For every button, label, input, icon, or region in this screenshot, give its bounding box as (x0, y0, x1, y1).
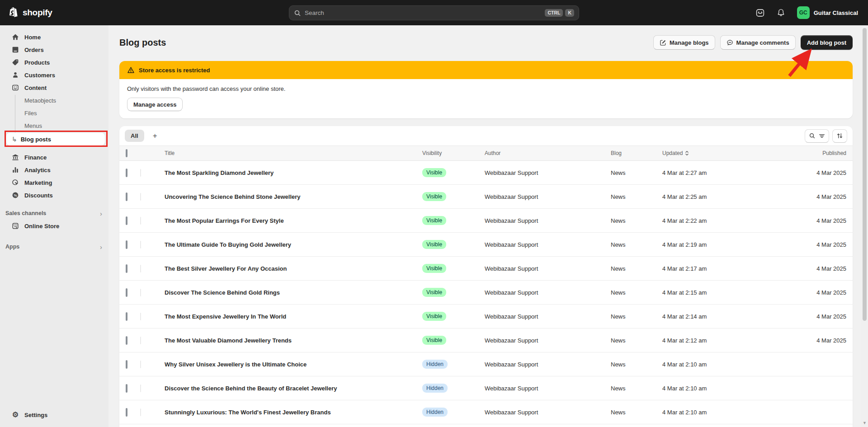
post-title-link[interactable]: The Most Valuable Diamond Jewellery Tren… (165, 337, 422, 344)
manage-blogs-button[interactable]: Manage blogs (653, 35, 715, 50)
row-checkbox[interactable] (126, 360, 127, 369)
sidebar-item-finance[interactable]: Finance (0, 151, 108, 164)
table-row[interactable]: The Most Valuable Diamond Jewellery Tren… (119, 328, 853, 352)
post-title-link[interactable]: The Most Expensive Jewellery In The Worl… (165, 313, 422, 320)
post-blog: News (611, 217, 662, 224)
store-icon[interactable] (755, 8, 765, 18)
sidebar-item-home[interactable]: Home (0, 31, 108, 43)
post-updated: 4 Mar at 2:17 am (662, 265, 782, 272)
sidebar-item-label: Discounts (24, 192, 53, 199)
table-row[interactable]: The Most Sparkling Diamond Jewellery Vis… (119, 161, 853, 185)
table-row[interactable]: Why Silver Unisex Jewellery is the Ultim… (119, 352, 853, 376)
add-blog-post-button[interactable]: Add blog post (801, 35, 853, 50)
column-header-title[interactable]: Title (165, 150, 422, 156)
table-row[interactable]: The Most Expensive Jewellery In The Worl… (119, 305, 853, 328)
manage-blogs-label: Manage blogs (670, 39, 709, 46)
select-all-checkbox[interactable] (126, 149, 127, 157)
post-title-link[interactable]: The Most Sparkling Diamond Jewellery (165, 169, 422, 176)
apps-section[interactable]: Apps › (0, 240, 108, 253)
post-blog: News (611, 289, 662, 296)
table-row[interactable]: The Most Popular Earrings For Every Styl… (119, 209, 853, 233)
sidebar-item-label: Files (24, 110, 37, 117)
content-icon (11, 84, 20, 91)
post-blog: News (611, 193, 662, 200)
table-row[interactable]: The Best Silver Jewellery For Any Occasi… (119, 257, 853, 281)
post-author: Webibazaar Support (485, 409, 611, 416)
notifications-bell-icon[interactable] (777, 8, 785, 17)
post-thumbnail (140, 169, 141, 177)
table-row[interactable]: Discover The Science Behind Gold Rings V… (119, 281, 853, 305)
sidebar-item-blog-posts[interactable]: ↳ Blog posts (6, 133, 105, 145)
search-shortcut: CTRL K (545, 9, 574, 17)
row-checkbox[interactable] (126, 264, 127, 273)
row-checkbox[interactable] (126, 192, 127, 201)
row-checkbox[interactable] (126, 408, 127, 417)
column-header-author[interactable]: Author (485, 150, 611, 156)
sidebar-item-customers[interactable]: Customers (0, 69, 108, 81)
post-title-link[interactable]: Discover The Science Behind Gold Rings (165, 289, 422, 296)
sidebar-item-label: Blog posts (21, 136, 51, 143)
table-row[interactable]: The Ultimate Guide To Buying Gold Jewell… (119, 233, 853, 257)
user-menu[interactable]: GC Guitar Classical (797, 6, 858, 19)
sidebar-item-discounts[interactable]: % Discounts (0, 189, 108, 202)
visibility-badge: Visible (422, 336, 446, 345)
table-row[interactable]: Uncovering The Science Behind Stone Jewe… (119, 185, 853, 209)
add-tab-button[interactable]: + (150, 131, 160, 141)
row-checkbox[interactable] (126, 240, 127, 249)
visibility-badge: Visible (422, 168, 446, 177)
post-title-link[interactable]: The Most Popular Earrings For Every Styl… (165, 217, 422, 224)
table-row[interactable]: Discover the Science Behind the Beauty o… (119, 376, 853, 400)
sort-caret-icon (685, 150, 689, 156)
post-title-link[interactable]: The Best Silver Jewellery For Any Occasi… (165, 265, 422, 272)
sidebar-item-files[interactable]: Files (0, 107, 108, 119)
sidebar-item-marketing[interactable]: Marketing (0, 176, 108, 189)
column-header-updated[interactable]: Updated (662, 150, 782, 156)
sidebar-item-analytics[interactable]: Analytics (0, 164, 108, 176)
sidebar-item-metaobjects[interactable]: Metaobjects (0, 94, 108, 107)
column-header-blog[interactable]: Blog (611, 150, 662, 156)
row-checkbox[interactable] (126, 288, 127, 297)
search-placeholder: Search (305, 9, 324, 16)
visibility-badge: Hidden (422, 408, 448, 417)
sidebar-item-content[interactable]: Content (0, 81, 108, 94)
post-author: Webibazaar Support (485, 313, 611, 320)
row-checkbox[interactable] (126, 336, 127, 345)
content-subtree: Metaobjects Files Menus ↳ Blog posts (0, 94, 108, 145)
post-published: 4 Mar 2025 (782, 193, 846, 200)
sort-button[interactable] (832, 129, 847, 143)
row-checkbox[interactable] (126, 169, 127, 177)
scrollbar-thumb[interactable] (863, 28, 867, 321)
sidebar: Home Orders Products Customers Content M… (0, 25, 108, 427)
sidebar-item-orders[interactable]: Orders (0, 43, 108, 56)
search-and-filter-button[interactable] (805, 129, 829, 143)
post-title-link[interactable]: Discover the Science Behind the Beauty o… (165, 385, 422, 392)
post-title-link[interactable]: The Ultimate Guide To Buying Gold Jewell… (165, 241, 422, 248)
avatar: GC (797, 6, 810, 19)
row-checkbox[interactable] (126, 384, 127, 393)
column-header-published[interactable]: Published (782, 150, 846, 156)
shopify-logo[interactable]: shopify (8, 6, 117, 19)
k-key-badge: K (565, 9, 574, 17)
sidebar-item-menus[interactable]: Menus (0, 119, 108, 132)
manage-access-button[interactable]: Manage access (127, 98, 183, 111)
scrollbar-down-arrow[interactable]: ▼ (863, 421, 867, 425)
sidebar-item-online-store[interactable]: Online Store (0, 220, 108, 232)
post-title-link[interactable]: Uncovering The Science Behind Stone Jewe… (165, 193, 422, 200)
post-published: 4 Mar 2025 (782, 313, 846, 320)
row-checkbox[interactable] (126, 216, 127, 225)
row-checkbox[interactable] (126, 312, 127, 321)
post-title-link[interactable]: Why Silver Unisex Jewellery is the Ultim… (165, 361, 422, 368)
vertical-scrollbar[interactable]: ▼ (861, 25, 868, 427)
search-input[interactable]: Search CTRL K (289, 5, 579, 20)
tab-all[interactable]: All (125, 130, 144, 142)
sales-channels-section[interactable]: Sales channels › (0, 207, 108, 220)
visibility-badge: Visible (422, 312, 446, 321)
sidebar-item-settings[interactable]: ⚙ Settings (0, 408, 108, 421)
post-updated: 4 Mar at 2:19 am (662, 241, 782, 248)
table-row[interactable]: Stunningly Luxurious: The World's Finest… (119, 400, 853, 424)
sidebar-item-products[interactable]: Products (0, 56, 108, 69)
post-title-link[interactable]: Stunningly Luxurious: The World's Finest… (165, 409, 422, 416)
post-updated: 4 Mar at 2:15 am (662, 289, 782, 296)
column-header-visibility[interactable]: Visibility (422, 150, 485, 156)
manage-comments-button[interactable]: Manage comments (720, 35, 796, 50)
